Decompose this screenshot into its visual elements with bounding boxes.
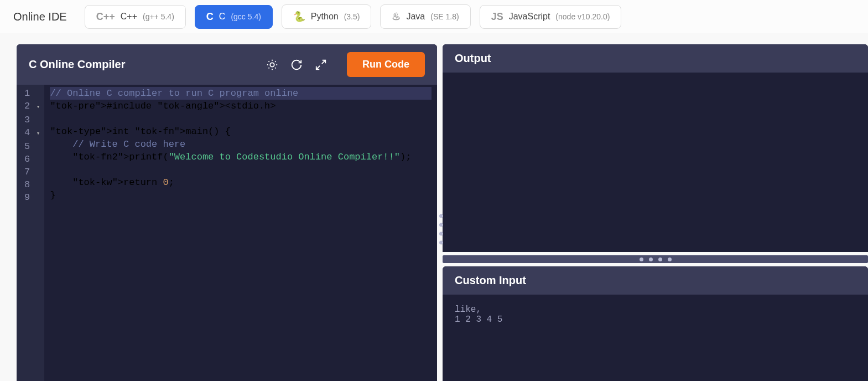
lang-tab-c[interactable]: C C (gcc 5.4) — [195, 5, 273, 29]
sun-icon — [266, 59, 278, 71]
ide-title: Online IDE — [13, 11, 67, 23]
expand-icon — [315, 59, 327, 71]
svg-point-0 — [270, 63, 274, 66]
editor-panel: C Online Compiler — [17, 44, 437, 381]
code-line[interactable]: "tok-fn2">printf("Welcome to Codestudio … — [50, 151, 432, 163]
svg-line-9 — [322, 60, 325, 63]
lang-version: (SE 1.8) — [430, 12, 459, 21]
output-panel: Output — [443, 44, 868, 252]
lang-name: JavaScript — [509, 12, 550, 22]
right-panel: Output Custom Input like, 1 2 3 4 5 — [443, 44, 868, 381]
lang-version: (3.5) — [344, 12, 360, 21]
vertical-splitter[interactable] — [438, 214, 444, 245]
svg-line-4 — [275, 68, 276, 68]
refresh-icon — [290, 59, 303, 71]
code-editor[interactable]: 1 2 ▾ 3 4 ▾ 5 6 7 8 9 // Online C compil… — [17, 85, 437, 381]
lang-name: Python — [311, 12, 339, 22]
js-icon: JS — [491, 11, 503, 23]
reset-button[interactable] — [288, 56, 305, 73]
cpp-icon: C++ — [96, 11, 115, 23]
lang-tab-cpp[interactable]: C++ C++ (g++ 5.4) — [85, 5, 186, 29]
code-line[interactable]: } — [50, 189, 432, 202]
lang-version: (g++ 5.4) — [143, 12, 174, 21]
code-line[interactable] — [50, 112, 432, 125]
code-line[interactable]: // Online C compiler to run C program on… — [50, 87, 432, 100]
editor-title: C Online Compiler — [29, 58, 256, 71]
lang-version: (node v10.20.0) — [555, 12, 610, 21]
lang-name: C — [219, 12, 226, 22]
code-line[interactable]: "tok-type">int "tok-fn">main() { — [50, 125, 432, 138]
python-icon: 🐍 — [293, 11, 305, 23]
run-code-button[interactable]: Run Code — [347, 52, 425, 77]
code-content[interactable]: // Online C compiler to run C program on… — [44, 85, 437, 381]
horizontal-splitter[interactable] — [443, 255, 868, 263]
line-gutter: 1 2 ▾ 3 4 ▾ 5 6 7 8 9 — [17, 85, 44, 381]
lang-tab-python[interactable]: 🐍 Python (3.5) — [282, 4, 372, 29]
java-icon: ♨ — [392, 11, 401, 23]
output-content — [443, 73, 868, 252]
editor-header: C Online Compiler — [17, 44, 437, 85]
code-line[interactable]: "tok-pre">#include "tok-angle"><stdio.h> — [50, 100, 432, 112]
svg-line-10 — [316, 65, 320, 69]
custom-input-panel: Custom Input like, 1 2 3 4 5 — [443, 266, 868, 381]
svg-line-8 — [275, 61, 276, 61]
code-line[interactable]: // Write C code here — [50, 138, 432, 151]
custom-input-title: Custom Input — [443, 266, 868, 295]
c-icon: C — [206, 11, 214, 23]
fullscreen-button[interactable] — [313, 56, 329, 73]
lang-version: (gcc 5.4) — [231, 12, 261, 21]
lang-tab-javascript[interactable]: JS JavaScript (node v10.20.0) — [480, 5, 622, 29]
output-title: Output — [443, 44, 868, 73]
lang-tab-java[interactable]: ♨ Java (SE 1.8) — [380, 4, 470, 29]
lang-name: C++ — [121, 12, 137, 22]
code-line[interactable]: "tok-kw">return 0; — [50, 176, 432, 189]
code-line[interactable] — [50, 163, 432, 176]
svg-line-3 — [268, 61, 269, 61]
lang-name: Java — [406, 12, 425, 22]
svg-line-7 — [268, 68, 269, 68]
workspace: C Online Compiler — [0, 33, 868, 381]
custom-input-content[interactable]: like, 1 2 3 4 5 — [443, 295, 868, 381]
theme-toggle-button[interactable] — [264, 56, 280, 73]
language-header: Online IDE C++ C++ (g++ 5.4) C C (gcc 5.… — [0, 0, 868, 33]
